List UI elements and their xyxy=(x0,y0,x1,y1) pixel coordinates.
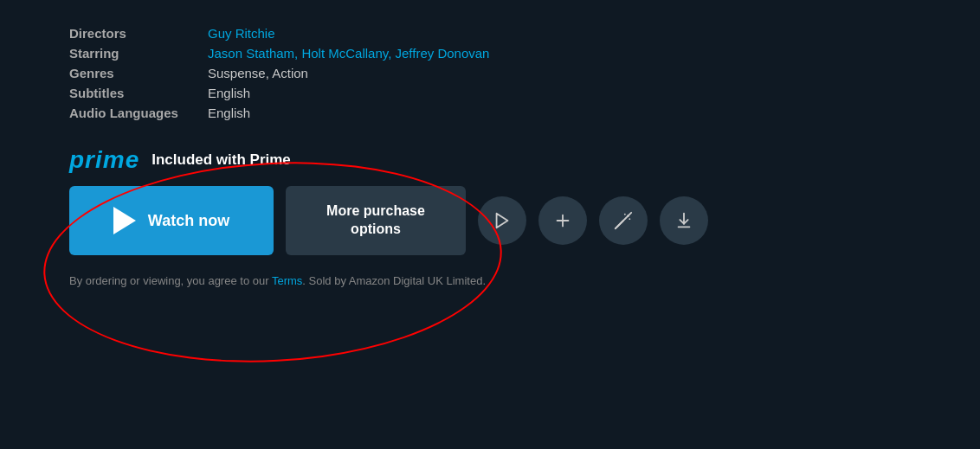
included-with-prime-text: Included with Prime xyxy=(152,151,291,169)
watch-now-label: Watch now xyxy=(148,212,229,230)
play-trailer-icon xyxy=(493,211,512,230)
plus-icon xyxy=(553,211,572,230)
more-purchase-options-button[interactable]: More purchase options xyxy=(286,186,466,255)
party-icon xyxy=(614,211,633,230)
starring-value: Jason Statham, Holt McCallany, Jeffrey D… xyxy=(208,46,489,61)
watch-now-button[interactable]: Watch now xyxy=(69,186,274,255)
subtitles-row: Subtitles English xyxy=(69,86,911,100)
audio-languages-value: English xyxy=(208,106,250,120)
download-button[interactable] xyxy=(660,196,708,245)
audio-languages-label: Audio Languages xyxy=(69,106,208,120)
starring-row: Starring Jason Statham, Holt McCallany, … xyxy=(69,46,911,61)
genres-row: Genres Suspense, Action xyxy=(69,66,911,80)
metadata-table: Directors Guy Ritchie Starring Jason Sta… xyxy=(69,26,911,120)
directors-label: Directors xyxy=(69,26,208,41)
svg-point-6 xyxy=(629,218,630,220)
footer-after: . Sold by Amazon Digital UK Limited. xyxy=(302,274,486,287)
play-icon xyxy=(113,207,136,234)
subtitles-label: Subtitles xyxy=(69,86,208,100)
svg-line-8 xyxy=(620,222,622,224)
svg-point-4 xyxy=(627,215,629,217)
more-options-label: More purchase options xyxy=(305,202,447,239)
genres-label: Genres xyxy=(69,66,208,80)
genres-value: Suspense, Action xyxy=(208,66,308,80)
subtitles-value: English xyxy=(208,86,250,100)
main-container: Directors Guy Ritchie Starring Jason Sta… xyxy=(0,0,980,313)
prime-logo: prime xyxy=(69,146,139,174)
prime-section: prime Included with Prime Watch now More… xyxy=(69,146,911,255)
svg-point-5 xyxy=(624,214,626,215)
svg-marker-0 xyxy=(497,214,508,228)
directors-row: Directors Guy Ritchie xyxy=(69,26,911,41)
prime-header: prime Included with Prime xyxy=(69,146,911,174)
directors-value: Guy Ritchie xyxy=(208,26,275,41)
download-icon xyxy=(674,211,693,230)
svg-line-7 xyxy=(617,226,619,228)
footer-text: By ordering or viewing, you agree to our… xyxy=(69,274,911,287)
play-trailer-button[interactable] xyxy=(478,196,526,245)
celebrate-button[interactable] xyxy=(599,196,648,245)
starring-label: Starring xyxy=(69,46,208,61)
audio-languages-row: Audio Languages English xyxy=(69,106,911,120)
buttons-row: Watch now More purchase options xyxy=(69,186,911,255)
terms-link[interactable]: Terms xyxy=(272,274,302,287)
add-to-watchlist-button[interactable] xyxy=(538,196,587,245)
footer-before: By ordering or viewing, you agree to our xyxy=(69,274,272,287)
